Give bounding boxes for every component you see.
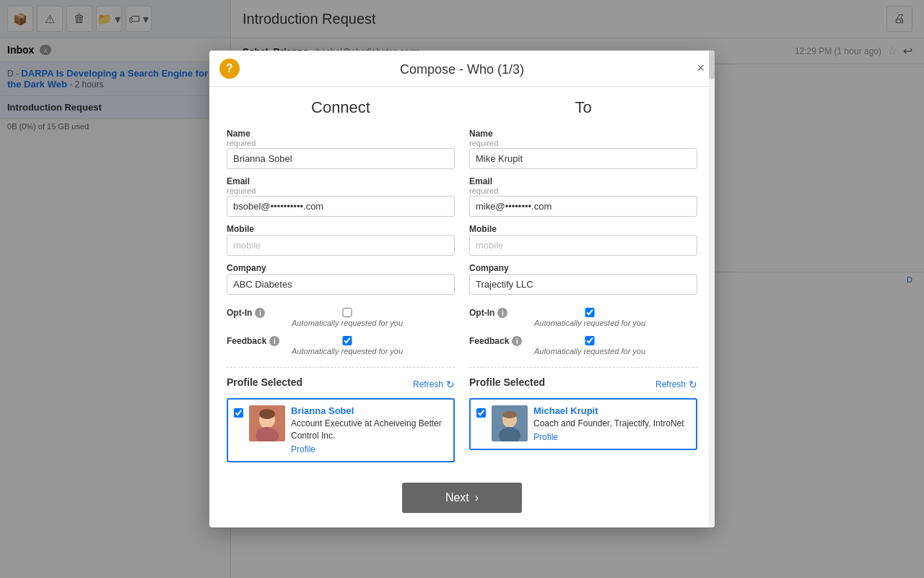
to-divider xyxy=(469,367,697,368)
to-mobile-input[interactable] xyxy=(469,235,697,256)
connect-name-required: required xyxy=(227,139,455,147)
connect-feedback-auto-text: Automatically requested for you xyxy=(292,347,403,355)
to-mobile-label: Mobile xyxy=(469,224,697,234)
to-optin-checkbox[interactable] xyxy=(534,308,645,317)
to-optin-checkbox-area: Automatically requested for you xyxy=(534,308,645,327)
connect-feedback-checkbox[interactable] xyxy=(292,336,403,345)
connect-profile-title: Profile Selected xyxy=(227,376,302,388)
connect-title: Connect xyxy=(227,98,455,117)
connect-mobile-input[interactable] xyxy=(227,235,455,256)
connect-refresh-label: Refresh xyxy=(413,379,443,389)
connect-optin-label: Opt-In xyxy=(227,308,252,318)
connect-company-label: Company xyxy=(227,263,455,273)
to-optin-info-icon[interactable]: i xyxy=(497,308,507,318)
connect-name-group: Name required xyxy=(227,129,455,169)
next-button[interactable]: Next › xyxy=(402,483,522,513)
connect-email-label: Email required xyxy=(227,176,455,195)
to-profile-card: Michael Krupit Coach and Founder, Trajec… xyxy=(469,398,697,450)
to-profile-avatar xyxy=(492,405,528,441)
to-column: To Name required Email required xyxy=(469,98,697,462)
to-feedback-info-icon[interactable]: i xyxy=(512,336,522,346)
to-feedback-label-group: Feedback i xyxy=(469,336,527,346)
to-feedback-label: Feedback xyxy=(469,336,509,346)
connect-column: Connect Name required Email required xyxy=(227,98,455,462)
to-optin-label-group: Opt-In i xyxy=(469,308,527,318)
connect-email-group: Email required xyxy=(227,176,455,217)
connect-optin-info-icon[interactable]: i xyxy=(255,308,265,318)
modal-body: Connect Name required Email required xyxy=(209,87,715,474)
connect-optin-checkbox-area: Automatically requested for you xyxy=(292,308,403,327)
to-optin-label: Opt-In xyxy=(469,308,494,318)
to-profile-name: Michael Krupit xyxy=(533,405,690,416)
to-company-input[interactable] xyxy=(469,274,697,295)
connect-email-input[interactable] xyxy=(227,196,455,217)
connect-profile-avatar xyxy=(249,405,285,441)
to-email-group: Email required xyxy=(469,176,697,217)
connect-mobile-label: Mobile xyxy=(227,224,455,234)
connect-profile-name: Brianna Sobel xyxy=(291,405,448,416)
next-button-label: Next xyxy=(445,491,469,504)
to-mobile-group: Mobile xyxy=(469,224,697,256)
to-name-group: Name required xyxy=(469,129,697,169)
to-company-label: Company xyxy=(469,263,697,273)
connect-feedback-row: Feedback i Automatically requested for y… xyxy=(227,336,455,355)
modal-header: ? Compose - Who (1/3) × xyxy=(209,51,715,87)
close-button[interactable]: × xyxy=(697,61,705,76)
to-refresh-icon: ↻ xyxy=(689,379,697,390)
to-name-label: Name required xyxy=(469,129,697,147)
connect-profile-info: Brianna Sobel Account Executive at Achei… xyxy=(291,405,448,455)
connect-email-required: required xyxy=(227,186,455,195)
to-profile-link[interactable]: Profile xyxy=(533,432,558,442)
to-title: To xyxy=(469,98,697,117)
connect-mobile-group: Mobile xyxy=(227,224,455,256)
to-email-required: required xyxy=(469,186,697,195)
to-optin-auto-text: Automatically requested for you xyxy=(534,319,645,327)
to-name-input[interactable] xyxy=(469,148,697,169)
connect-refresh-icon: ↻ xyxy=(446,379,455,390)
connect-feedback-checkbox-area: Automatically requested for you xyxy=(292,336,403,355)
connect-optin-checkbox[interactable] xyxy=(292,308,403,317)
connect-optin-label-group: Opt-In i xyxy=(227,308,284,318)
to-email-input[interactable] xyxy=(469,196,697,217)
to-profile-detail: Coach and Founder, Trajectify, IntroNet xyxy=(533,418,690,430)
connect-optin-auto-text: Automatically requested for you xyxy=(292,319,403,327)
modal-scrollbar[interactable] xyxy=(709,87,715,474)
svg-point-3 xyxy=(259,409,275,419)
connect-feedback-label: Feedback xyxy=(227,336,266,346)
to-profile-header: Profile Selected Refresh ↻ xyxy=(469,376,697,392)
connect-profile-card: Brianna Sobel Account Executive at Achei… xyxy=(227,398,455,462)
to-profile-info: Michael Krupit Coach and Founder, Trajec… xyxy=(533,405,690,443)
to-feedback-row: Feedback i Automatically requested for y… xyxy=(469,336,697,355)
to-feedback-auto-text: Automatically requested for you xyxy=(534,347,645,355)
to-profile-checkbox[interactable] xyxy=(476,408,486,418)
connect-profile-detail: Account Executive at Acheiveing Better C… xyxy=(291,418,448,442)
connect-profile-link[interactable]: Profile xyxy=(291,444,315,454)
to-feedback-checkbox-area: Automatically requested for you xyxy=(534,336,645,355)
connect-feedback-label-group: Feedback i xyxy=(227,336,284,346)
connect-divider xyxy=(227,367,455,368)
connect-refresh-button[interactable]: Refresh ↻ xyxy=(413,379,455,390)
svg-point-7 xyxy=(502,411,517,418)
modal-title: Compose - Who (1/3) xyxy=(400,62,524,77)
connect-company-group: Company xyxy=(227,263,455,295)
compose-modal: ? Compose - Who (1/3) × Connect Name req… xyxy=(209,51,715,527)
connect-feedback-info-icon[interactable]: i xyxy=(269,336,279,346)
connect-name-label: Name required xyxy=(227,129,455,147)
to-refresh-label: Refresh xyxy=(655,379,686,389)
help-icon[interactable]: ? xyxy=(219,59,240,79)
modal-footer: Next › xyxy=(209,474,715,527)
to-name-required: required xyxy=(469,139,697,147)
to-refresh-button[interactable]: Refresh ↻ xyxy=(655,379,697,390)
to-email-label: Email required xyxy=(469,176,697,195)
next-arrow-icon: › xyxy=(475,491,479,504)
connect-profile-checkbox[interactable] xyxy=(234,408,243,418)
to-company-group: Company xyxy=(469,263,697,295)
connect-profile-header: Profile Selected Refresh ↻ xyxy=(227,376,455,392)
connect-optin-row: Opt-In i Automatically requested for you xyxy=(227,308,455,327)
connect-company-input[interactable] xyxy=(227,274,455,295)
to-optin-row: Opt-In i Automatically requested for you xyxy=(469,308,697,327)
modal-overlay: ? Compose - Who (1/3) × Connect Name req… xyxy=(0,0,924,578)
to-feedback-checkbox[interactable] xyxy=(534,336,645,345)
connect-name-input[interactable] xyxy=(227,148,455,169)
to-profile-title: Profile Selected xyxy=(469,376,545,388)
